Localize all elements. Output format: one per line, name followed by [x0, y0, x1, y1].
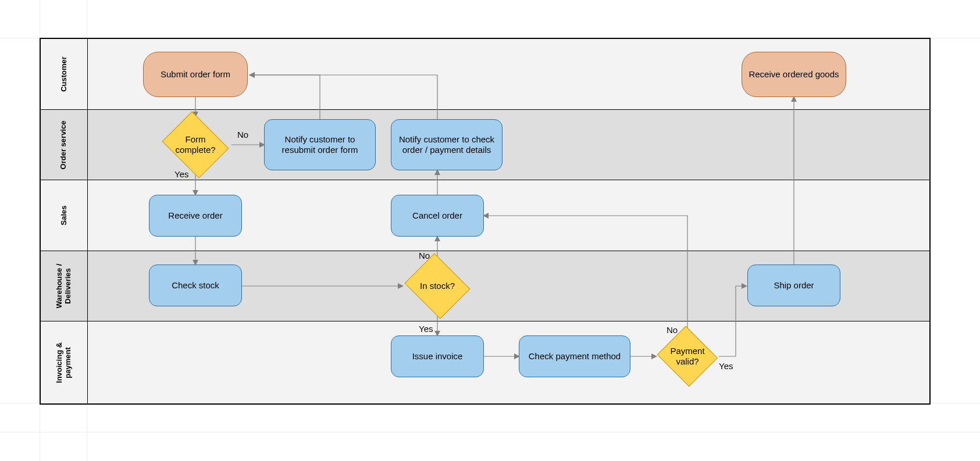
- node-issue-invoice: Issue invoice: [391, 335, 484, 377]
- label-form-no: No: [237, 130, 248, 140]
- node-check-payment: Check payment method: [519, 335, 630, 377]
- node-cancel-order: Cancel order: [391, 195, 484, 237]
- node-ship-order: Ship order: [747, 265, 840, 306]
- node-notify-resubmit: Notify customer to resubmit order form: [264, 119, 376, 170]
- node-receive-goods: Receive ordered goods: [742, 52, 846, 97]
- node-form-complete: Form complete?: [159, 116, 231, 174]
- label-payment-no: No: [667, 325, 678, 335]
- node-receive-order: Receive order: [149, 195, 242, 237]
- label-payment-yes: Yes: [719, 361, 733, 371]
- label-form-yes: Yes: [174, 169, 188, 179]
- node-notify-check: Notify customer to check order / payment…: [391, 119, 503, 170]
- label-stock-yes: Yes: [419, 324, 433, 334]
- node-check-stock: Check stock: [149, 265, 242, 306]
- node-submit-order: Submit order form: [143, 52, 248, 97]
- pool: Customer Order service Sales Warehouse /…: [40, 38, 931, 405]
- node-payment-valid: Payment valid?: [656, 328, 719, 384]
- node-in-stock: In stock?: [402, 257, 472, 315]
- label-stock-no: No: [419, 251, 430, 260]
- swimlane-diagram: Customer Order service Sales Warehouse /…: [0, 0, 980, 461]
